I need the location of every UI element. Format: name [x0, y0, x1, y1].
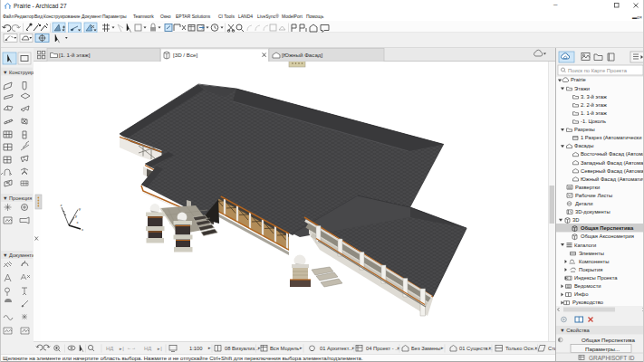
svg-text:z: z [61, 203, 62, 207]
svg-text:►: ► [299, 346, 303, 350]
svg-text:►: ► [397, 346, 400, 350]
svg-text:Стиль 3D-о...: Стиль 3D-о... [548, 346, 555, 351]
svg-text:▼ Свойства: ▼ Свойства [560, 328, 591, 333]
svg-text:Северный Фасад (Автоматичес: Северный Фасад (Автоматичес [581, 168, 644, 174]
svg-text:y: y [79, 206, 81, 211]
svg-text:GRAPHISOFT ID: GRAPHISOFT ID [589, 355, 635, 361]
svg-text:▼ Документир: ▼ Документир [3, 252, 34, 258]
svg-text:3D: 3D [572, 217, 579, 223]
svg-text:Восточный Фасад (Автоматичес: Восточный Фасад (Автоматичес [581, 151, 644, 157]
svg-text:►|: ►| [119, 347, 124, 351]
svg-text:←→: ←→ [127, 345, 136, 350]
svg-text:►|: ►| [157, 347, 162, 351]
svg-text:Детали: Детали [575, 201, 592, 206]
svg-text:[3D / Все]: [3D / Все] [173, 52, 197, 58]
svg-text:[1. 1-й этаж]: [1. 1-й этаж] [59, 52, 91, 58]
svg-text:Южный Фасад (Автоматически П: Южный Фасад (Автоматически П [581, 176, 644, 182]
svg-text:Вся Модель: Вся Модель [270, 346, 299, 351]
svg-text:Покрытия: Покрытия [579, 267, 602, 272]
svg-text:-1. Цоколь: -1. Цоколь [581, 119, 606, 124]
svg-text:Рабочие Листы: Рабочие Листы [575, 193, 612, 198]
svg-text:3D-документы: 3D-документы [575, 209, 610, 214]
svg-text:Индексы Проекта: Индексы Проекта [574, 275, 618, 281]
svg-text:Руководство: Руководство [572, 300, 603, 305]
svg-text:Этажи: Этажи [574, 86, 590, 91]
svg-text:04 Проект - ...: 04 Проект - ... [366, 346, 400, 351]
svg-text:Развертки: Развертки [575, 185, 600, 190]
svg-text:y: y [75, 214, 77, 218]
svg-text:Общая Аксонометрия: Общая Аксонометрия [581, 233, 634, 239]
svg-text:01 Архитект...: 01 Архитект... [320, 346, 353, 351]
svg-text:Каталоги: Каталоги [574, 243, 596, 248]
svg-text:Ведомости: Ведомости [574, 283, 601, 289]
svg-text:1:100: 1:100 [189, 346, 203, 351]
svg-text:2. 2-й этаж: 2. 2-й этаж [581, 102, 607, 108]
svg-text:Общая Перспектива: Общая Перспектива [581, 225, 634, 231]
svg-text:x: x [77, 220, 79, 224]
svg-text:[Южный Фасад]: [Южный Фасад] [282, 52, 322, 58]
svg-text:Параметры...: Параметры... [585, 346, 620, 352]
svg-text:Западный Фасад (Автоматичес: Западный Фасад (Автоматичес [581, 160, 644, 166]
svg-text:Только Осн...: Только Осн... [505, 346, 538, 351]
svg-text:3. 3-й этаж: 3. 3-й этаж [581, 94, 607, 100]
svg-text:Инфо: Инфо [574, 291, 588, 297]
svg-text:Фасады: Фасады [574, 143, 593, 148]
svg-text:Prairie: Prairie [571, 77, 586, 82]
svg-text:Общая Перспектива: Общая Перспектива [582, 337, 635, 343]
svg-text:Поиск по Карте Проекта: Поиск по Карте Проекта [568, 68, 628, 73]
svg-text:▼ Проекция: ▼ Проекция [3, 195, 32, 201]
svg-text:Элементы: Элементы [579, 251, 604, 256]
svg-text:Без Замены: Без Замены [411, 346, 440, 351]
svg-text:►: ► [207, 346, 211, 350]
svg-text:1 Разрез (Автоматически Перес: 1 Разрез (Автоматически Перес [581, 135, 644, 140]
svg-text:►: ► [351, 346, 355, 350]
svg-text:Разрезы: Разрезы [574, 127, 595, 132]
svg-text:x: x [82, 227, 83, 232]
svg-text:08 Визуализ...: 08 Визуализ... [225, 346, 259, 351]
svg-text:НД: НД [106, 346, 113, 351]
svg-text:▼ Конструиров: ▼ Конструиров [3, 70, 34, 75]
svg-text:►: ► [440, 346, 444, 350]
svg-text:1. 1-й этаж: 1. 1-й этаж [581, 110, 607, 116]
svg-text:Компоненты: Компоненты [579, 259, 609, 264]
svg-text:НД: НД [144, 346, 151, 351]
